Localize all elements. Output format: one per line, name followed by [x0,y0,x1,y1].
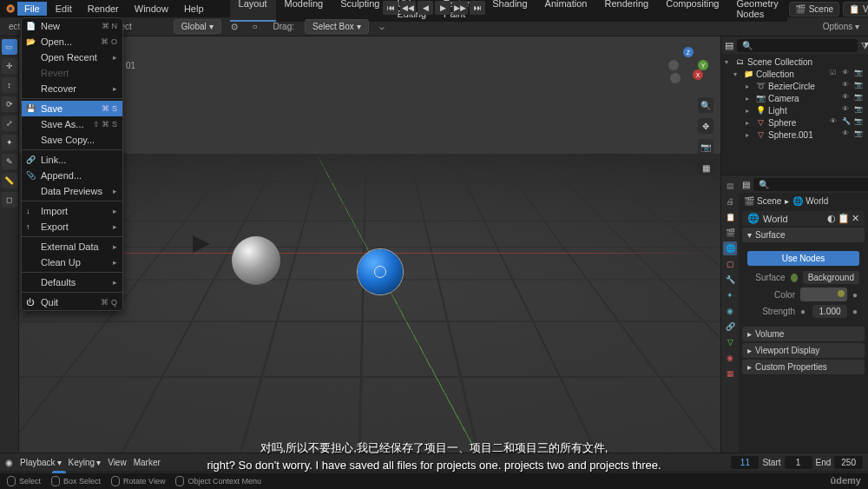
toggle-render[interactable]: 📷 [854,129,865,140]
tool-scale[interactable]: ⤢ [2,116,17,131]
outliner-scene-row[interactable]: ▾ 🗂 Scene Collection [721,56,868,68]
tab-output[interactable]: 🖨 [723,195,737,208]
gizmo-z-axis[interactable]: Z [683,47,694,57]
menu-defaults[interactable]: Defaults▸ [22,274,122,290]
tab-physics[interactable]: ◉ [723,304,737,318]
jump-end[interactable]: ⏭ [470,1,485,15]
surface-value[interactable]: Background [803,271,859,284]
world-datablock[interactable]: 🌐 World ◐ 📋 ✕ [742,211,865,226]
disclosure-icon[interactable]: ▸ [746,83,753,90]
sphere-object[interactable] [232,236,280,285]
toggle-render[interactable]: 📷 [854,81,865,91]
tool-annotate[interactable]: ✎ [2,154,17,169]
perspective-button[interactable]: ▦ [698,160,713,175]
menu-external-data[interactable]: External Data▸ [22,239,122,254]
toggle-exclude[interactable]: ☑ [830,69,840,79]
menu-window[interactable]: Window [128,2,175,16]
snap-icon[interactable]: ⊙ [227,19,242,35]
outliner-item-sphere001[interactable]: ▸ ▽ Sphere.001 👁📷 [721,129,868,141]
ws-animation[interactable]: Animation [536,0,596,22]
pan-button[interactable]: ✥ [698,118,713,134]
menu-quit[interactable]: ⏻Quit⌘ Q [22,294,122,310]
panel-header-volume[interactable]: ▸Volume [742,327,865,341]
scene-selector[interactable]: 🎬 Scene [789,2,839,17]
bc-world[interactable]: 🌐World [792,196,828,206]
disclosure-icon[interactable]: ▾ [733,70,740,78]
disclosure-icon[interactable]: ▸ [746,107,753,115]
play-reverse[interactable]: ◀ [418,1,433,15]
menu-save-as[interactable]: Save As...⇧ ⌘ S [22,116,122,132]
prev-key[interactable]: ◀◀ [400,1,416,15]
outliner-item-camera[interactable]: ▸ 📷 Camera 👁📷 [721,92,868,104]
tool-measure[interactable]: 📏 [2,173,17,188]
tab-data[interactable]: ▽ [723,335,737,349]
outliner-mode-icon[interactable]: ▤ [725,40,733,51]
node-socket-icon[interactable] [791,274,798,282]
menu-open-recent[interactable]: Open Recent▸ [22,50,122,65]
tool-move[interactable]: ↕ [2,77,17,93]
view-menu[interactable]: View [108,458,127,467]
tab-particles[interactable]: ✦ [723,288,737,302]
menu-open[interactable]: 📂Open...⌘ O [22,34,122,50]
next-key[interactable]: ▶▶ [452,1,468,15]
strength-value[interactable]: 1.000 [812,305,847,318]
options-dropdown[interactable]: Options ▾ [818,20,865,33]
toggle-render[interactable]: 📷 [854,69,865,79]
ws-shading[interactable]: Shading [483,0,536,22]
disclosure-icon[interactable]: ▾ [725,58,732,66]
panel-header-surface[interactable]: ▾Surface [742,228,865,242]
gizmo-neg-y[interactable] [670,73,681,83]
navigation-gizmo[interactable]: Z Y X [667,47,710,90]
panel-header-viewport[interactable]: ▸Viewport Display [742,343,865,358]
tab-scene[interactable]: 🎬 [723,226,737,240]
menu-link[interactable]: 🔗Link... [22,152,122,168]
tool-cursor[interactable]: ✛ [2,58,17,74]
gizmo-y-axis[interactable]: Y [698,60,708,70]
camera-object[interactable] [193,232,224,253]
new-icon[interactable]: ◐ [827,213,836,224]
use-nodes-button[interactable]: Use Nodes [747,251,859,266]
tool-add[interactable]: ◻ [2,192,17,208]
gizmo-neg-x[interactable] [668,60,679,70]
marker-menu[interactable]: Marker [134,458,161,467]
menu-import[interactable]: ↓Import▸ [22,203,122,219]
tool-icon[interactable]: ⌵ [374,19,390,35]
unlink-icon[interactable]: ✕ [852,213,859,224]
play[interactable]: ▶ [435,1,450,15]
node-socket-icon[interactable]: ● [800,307,807,316]
menu-help[interactable]: Help [177,2,211,16]
node-socket-icon[interactable]: ● [852,290,859,300]
jump-start[interactable]: ⏮ [383,1,398,15]
disclosure-icon[interactable]: ▸ [746,119,753,127]
current-frame[interactable]: 11 [731,456,759,469]
toggle-visible[interactable]: 👁 [842,93,852,103]
toggle-visible[interactable]: 👁 [842,69,852,79]
tab-object[interactable]: ▢ [723,257,737,271]
toggle-render[interactable]: 📷 [854,117,865,128]
panel-header-custom[interactable]: ▸Custom Properties [742,360,865,374]
timeline-mode-icon[interactable]: ◉ [5,458,13,467]
tab-world[interactable]: 🌐 [723,241,737,255]
tab-constraints[interactable]: 🔗 [723,320,737,334]
toggle-render[interactable]: 📷 [854,93,865,103]
3d-viewport[interactable]: Z Y X 🔍 ✥ 📷 ▦ [19,36,720,453]
keying-menu[interactable]: Keying ▾ [69,458,102,467]
sphere-selected-object[interactable] [358,249,403,294]
menu-recover[interactable]: Recover▸ [22,81,122,96]
tab-modifier[interactable]: 🔧 [723,273,737,287]
menu-file[interactable]: File [17,2,47,16]
toggle-render[interactable]: 📷 [854,105,865,116]
color-picker[interactable] [800,287,847,301]
menu-edit[interactable]: Edit [49,2,79,16]
tab-material[interactable]: ◉ [723,351,737,365]
ws-rendering[interactable]: Rendering [595,0,657,22]
tool-rotate[interactable]: ⟳ [2,96,17,112]
bc-scene[interactable]: 🎬Scene [744,196,781,206]
menu-save-copy[interactable]: Save Copy... [22,132,122,148]
gizmo-x-axis[interactable]: X [693,69,703,80]
orientation-select[interactable]: Global ▾ [174,19,221,34]
outliner-item-bezier[interactable]: ▸ ➰ BezierCircle 👁📷 [721,80,868,92]
tool-transform[interactable]: ✦ [2,135,17,150]
menu-data-previews[interactable]: Data Previews▸ [22,183,122,199]
start-frame[interactable]: 1 [785,456,812,469]
